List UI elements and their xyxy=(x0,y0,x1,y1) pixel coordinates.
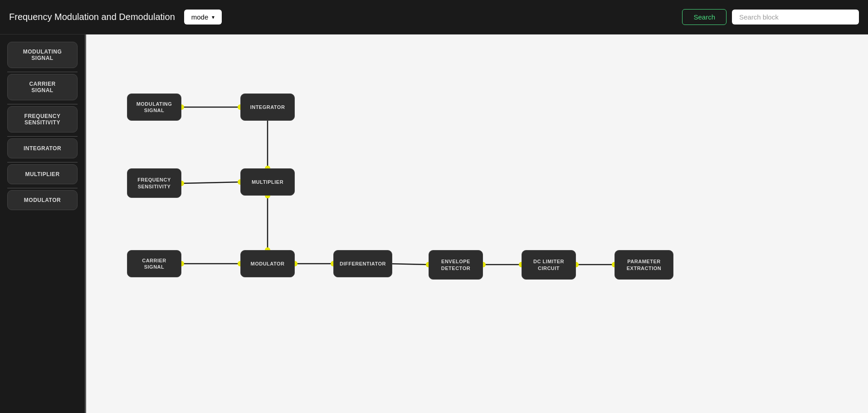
differentiator-node[interactable]: DIFFERENTIATOR xyxy=(333,250,392,277)
divider-3 xyxy=(7,136,78,137)
sidebar: MODULATINGSIGNAL CARRIERSIGNAL FREQUENCY… xyxy=(0,34,86,413)
sidebar-item-modulating-signal[interactable]: MODULATINGSIGNAL xyxy=(7,42,78,68)
multiplier-node[interactable]: MULTIPLIER xyxy=(240,168,295,196)
diagram-canvas: MODULATINGSIGNAL INTEGRATOR FREQUENCYSEN… xyxy=(86,34,868,413)
page-title: Frequency Modulation and Demodulation xyxy=(9,12,175,22)
sidebar-item-modulator[interactable]: MODULATOR xyxy=(7,190,78,210)
header: Frequency Modulation and Demodulation mo… xyxy=(0,0,868,34)
divider-5 xyxy=(7,188,78,188)
chevron-down-icon: ▾ xyxy=(212,14,215,20)
sidebar-item-integrator[interactable]: INTEGRATOR xyxy=(7,138,78,158)
divider-2 xyxy=(7,104,78,104)
search-input[interactable] xyxy=(732,10,859,25)
divider-4 xyxy=(7,162,78,162)
parameter-extraction-node[interactable]: PARAMETEREXTRACTION xyxy=(614,250,673,280)
sidebar-item-multiplier[interactable]: MULTIPLIER xyxy=(7,164,78,184)
diagram-svg xyxy=(86,34,868,413)
divider-1 xyxy=(7,72,78,72)
svg-line-5 xyxy=(181,182,240,183)
search-button[interactable]: Search xyxy=(682,9,727,25)
dc-limiter-node[interactable]: DC LIMITERCIRCUIT xyxy=(522,250,576,280)
main-layout: MODULATINGSIGNAL CARRIERSIGNAL FREQUENCY… xyxy=(0,34,868,413)
modulator-node[interactable]: MODULATOR xyxy=(240,250,295,277)
mode-label: mode xyxy=(191,13,209,21)
sidebar-item-frequency-sensitivity[interactable]: FREQUENCYSENSITIVITY xyxy=(7,106,78,133)
modulating-signal-node[interactable]: MODULATINGSIGNAL xyxy=(127,93,181,121)
carrier-signal-node[interactable]: CARRIERSIGNAL xyxy=(127,250,181,277)
frequency-sensitivity-node[interactable]: FREQUENCYSENSITIVITY xyxy=(127,168,181,198)
mode-dropdown[interactable]: mode ▾ xyxy=(184,10,222,25)
sidebar-item-carrier-signal[interactable]: CARRIERSIGNAL xyxy=(7,74,78,100)
envelope-detector-node[interactable]: ENVELOPEDETECTOR xyxy=(429,250,483,280)
integrator-node[interactable]: INTEGRATOR xyxy=(240,93,295,121)
svg-line-16 xyxy=(388,264,429,265)
